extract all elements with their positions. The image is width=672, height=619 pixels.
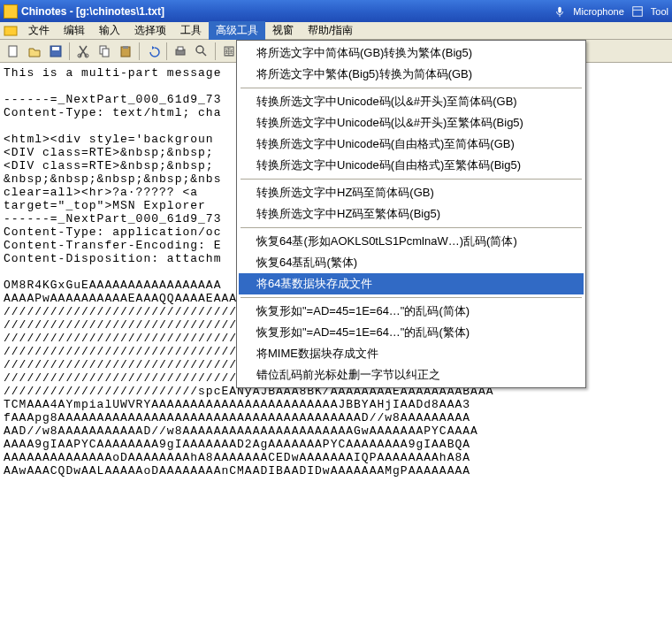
svg-line-16 [202,52,206,56]
dropdown-item[interactable]: 转换所选文字中Unicode码(以&#开头)至繁体码(Big5) [239,112,584,134]
menu-adv-tools[interactable]: 高级工具 [209,21,265,40]
menu-file[interactable]: 文件 [21,21,57,40]
toolbar-sep-2 [139,42,140,60]
dropdown-item[interactable]: 恢复形如"=AD=45=1E=64…"的乱码(简体) [239,301,584,322]
dropdown-item[interactable]: 转换所选文字中Unicode码(自由格式)至简体码(GB) [239,134,584,155]
svg-rect-1 [633,6,643,16]
dropdown-sep [241,297,582,298]
dropdown-item[interactable]: 将所选文字中繁体(Big5)转换为简体码(GB) [239,64,584,85]
app-menu-icon[interactable] [4,24,18,38]
menu-help[interactable]: 帮助/指南 [301,21,360,40]
undo-button[interactable] [143,42,163,61]
svg-rect-10 [103,49,109,57]
dropdown-sep [241,227,582,228]
paste-button[interactable] [116,42,135,61]
dropdown-sep [241,179,582,180]
dropdown-item[interactable]: 转换所选文字中HZ码至简体码(GB) [239,182,584,203]
dropdown-item[interactable]: 将MIME数据块存成文件 [239,343,584,364]
adv-tools-dropdown: 将所选文字中简体码(GB)转换为繁体(Big5)将所选文字中繁体(Big5)转换… [236,40,586,388]
titlebar-right: Microphone Tool [554,5,668,18]
find-button[interactable] [192,42,211,61]
menu-tools[interactable]: 工具 [173,21,209,40]
tools-label[interactable]: Tool [651,6,668,17]
toolbar-sep-1 [69,42,70,60]
dropdown-item[interactable]: 恢复形如"=AD=45=1E=64…"的乱码(繁体) [239,322,584,343]
svg-rect-4 [9,46,17,57]
svg-rect-12 [123,46,128,49]
toolbar-sep-4 [215,42,216,60]
svg-rect-14 [178,47,183,50]
svg-rect-3 [4,27,17,35]
dropdown-item[interactable]: 恢复64基乱码(繁体) [239,252,584,273]
dropdown-item[interactable]: 转换所选文字中HZ码至繁体码(Big5) [239,203,584,225]
open-button[interactable] [25,42,44,61]
toolbar-sep-3 [166,42,167,60]
cut-button[interactable] [73,42,93,61]
dropdown-item[interactable]: 错位乱码前光标处删一字节以纠正之 [239,364,584,386]
dropdown-item[interactable]: 将所选文字中简体码(GB)转换为繁体(Big5) [239,42,584,64]
dropdown-sep [241,88,582,88]
svg-rect-6 [52,47,59,50]
menu-edit[interactable]: 编辑 [57,21,92,40]
save-button[interactable] [46,42,65,61]
menu-input[interactable]: 输入 [92,21,127,40]
titlebar: Chinotes - [g:\chinotes\1.txt] Microphon… [0,0,672,22]
dropdown-item[interactable]: 转换所选文字中Unicode码(以&#开头)至简体码(GB) [239,91,584,112]
copy-button[interactable] [95,42,114,61]
svg-rect-0 [559,6,562,12]
menu-window[interactable]: 视窗 [265,21,301,40]
microphone-icon[interactable] [554,5,566,18]
dropdown-item[interactable]: 恢复64基(形如AOKLS0tLS1PcmlnaW…)乱码(简体) [239,231,584,252]
dropdown-item[interactable]: 将64基数据块存成文件 [239,273,584,294]
new-button[interactable] [4,42,23,61]
window-title: Chinotes - [g:\chinotes\1.txt] [21,5,164,18]
app-icon [4,4,18,19]
menubar: 文件 编辑 输入 选择项 工具 高级工具 视窗 帮助/指南 [0,22,672,40]
tools-icon[interactable] [631,5,644,18]
svg-text:垂: 垂 [225,47,233,57]
svg-point-15 [196,46,203,53]
dropdown-item[interactable]: 转换所选文字中Unicode码(自由格式)至繁体码(Big5) [239,155,584,176]
microphone-label[interactable]: Microphone [573,6,623,17]
print-button[interactable] [171,42,190,61]
menu-options[interactable]: 选择项 [127,21,173,40]
